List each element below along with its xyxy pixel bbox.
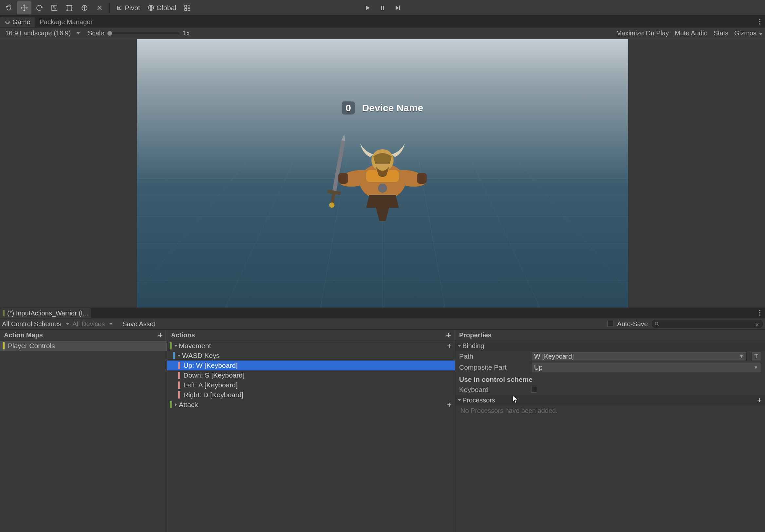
panel-tabs: Game Package Manager [0,16,765,28]
properties-header: Properties [459,332,491,339]
scale-slider[interactable] [107,32,180,34]
binding-down[interactable]: Down: S [Keyboard] [167,371,455,380]
viewport[interactable]: 0 Device Name [137,39,628,308]
input-actions-tab[interactable]: (*) InputActions_Warrior (I... [0,308,91,318]
pause-button[interactable] [375,1,390,14]
control-schemes-dropdown[interactable]: All Control Schemes [2,320,69,328]
composite-label: Composite Part [459,364,528,371]
svg-rect-16 [399,6,400,10]
action-attack[interactable]: Attack+ [167,400,455,409]
svg-rect-17 [5,21,10,24]
svg-point-33 [378,183,387,193]
input-actions-toolbar: All Control Schemes All Devices Save Ass… [0,318,765,330]
svg-point-39 [655,322,658,325]
pivot-label: Pivot [125,4,140,12]
svg-rect-11 [188,5,190,7]
binding-left[interactable]: Left: A [Keyboard] [167,380,455,390]
svg-rect-26 [331,194,335,204]
composite-dropdown[interactable]: Up▼ [531,363,761,372]
composite-wasd[interactable]: WASD Keys [167,351,455,361]
properties-column: Properties Binding Path W [Keyboard]▼ T … [455,330,765,532]
scale-thumb[interactable] [107,31,112,36]
input-actions-tabs: (*) InputActions_Warrior (I... [0,308,765,318]
add-binding-movement[interactable]: + [447,341,451,351]
keyboard-scheme-checkbox[interactable] [531,387,537,393]
devices-dropdown[interactable]: All Devices [72,320,113,328]
action-movement[interactable]: Movement+ [167,341,455,351]
listen-button[interactable]: T [751,352,761,361]
svg-rect-1 [67,6,72,10]
svg-point-22 [759,23,760,25]
svg-point-21 [759,21,760,22]
add-action-button[interactable]: + [446,330,451,340]
svg-point-36 [759,310,760,311]
playback-controls [360,1,405,14]
svg-rect-14 [381,6,382,10]
character-preview [317,131,448,237]
game-toolbar: 16:9 Landscape (16:9) Scale 1x Maximize … [0,28,765,39]
binding-section-header[interactable]: Binding [455,341,765,351]
svg-rect-10 [185,5,187,7]
autosave-checkbox[interactable] [607,321,613,327]
input-actions-tab-label: (*) InputActions_Warrior (I... [7,310,88,317]
svg-point-27 [329,202,335,208]
tab-game[interactable]: Game [0,17,35,27]
action-maps-column: Action Maps+ Player Controls [0,330,167,532]
search-icon [654,321,660,327]
play-button[interactable] [360,1,375,14]
device-label: 0 Device Name [342,102,423,115]
svg-point-20 [759,19,760,20]
pivot-toggle[interactable]: Pivot [112,1,143,14]
tabs-menu-icon[interactable] [756,17,763,26]
scale-label: Scale [88,29,104,37]
svg-point-8 [119,7,120,9]
svg-rect-32 [417,173,427,184]
path-dropdown[interactable]: W [Keyboard]▼ [531,352,747,361]
device-index: 0 [342,102,355,115]
tab-package-manager[interactable]: Package Manager [35,17,97,27]
transform-tool-button[interactable] [77,1,92,14]
binding-right[interactable]: Right: D [Keyboard] [167,390,455,400]
add-processor-button[interactable]: + [757,396,762,405]
processors-section-header[interactable]: Processors+ [455,395,765,405]
svg-point-18 [6,22,7,23]
stats-toggle[interactable]: Stats [714,29,729,37]
add-action-map-button[interactable]: + [158,330,163,340]
tab-game-label: Game [12,18,30,26]
rotate-tool-button[interactable] [32,1,47,14]
step-button[interactable] [390,1,405,14]
hand-tool-button[interactable] [2,1,16,14]
scale-tool-button[interactable] [47,1,62,14]
game-view: 0 Device Name [0,39,765,308]
device-name-text: Device Name [362,103,423,114]
tab-pm-label: Package Manager [39,18,92,26]
use-control-scheme-title: Use in control scheme [455,373,765,384]
mute-audio-toggle[interactable]: Mute Audio [675,29,708,37]
maximize-on-play-toggle[interactable]: Maximize On Play [616,29,669,37]
svg-marker-24 [341,134,346,141]
actions-header: Actions [171,332,195,339]
search-input[interactable] [652,320,763,328]
add-binding-attack[interactable]: + [447,400,451,409]
action-maps-header: Action Maps [4,332,43,339]
binding-up[interactable]: Up: W [Keyboard] [167,361,455,371]
aspect-ratio-value: 16:9 Landscape (16:9) [5,29,71,37]
clear-search-icon[interactable]: × [755,321,761,327]
action-map-player-controls[interactable]: Player Controls [0,341,167,351]
rect-tool-button[interactable] [62,1,77,14]
keyboard-scheme-label: Keyboard [459,386,528,394]
save-asset-button[interactable]: Save Asset [123,320,155,328]
actions-column: Actions+ Movement+ WASD Keys Up: W [Keyb… [167,330,455,532]
gizmos-dropdown[interactable]: Gizmos [734,29,762,37]
svg-point-38 [759,314,760,316]
svg-rect-12 [185,9,187,10]
custom-tool-button[interactable] [92,1,107,14]
svg-rect-15 [383,6,384,10]
aspect-ratio-dropdown[interactable]: 16:9 Landscape (16:9) [3,29,83,38]
global-toggle[interactable]: Global [144,1,180,14]
input-actions-menu-icon[interactable] [756,308,763,317]
move-tool-button[interactable] [17,1,31,14]
svg-rect-13 [188,9,190,10]
snap-button[interactable] [180,1,195,14]
svg-rect-31 [338,173,348,184]
